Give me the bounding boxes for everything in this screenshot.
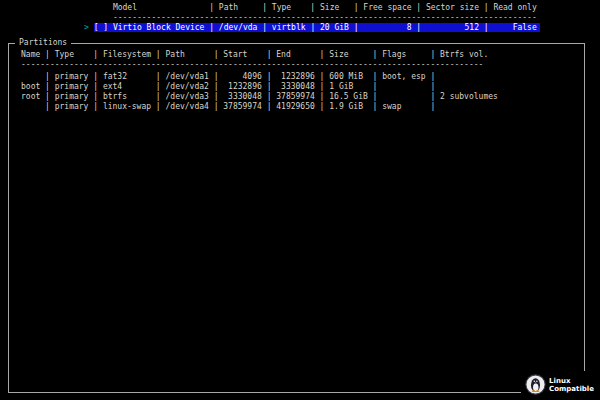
- partitions-panel: Partitions Name | Type | Filesystem | Pa…: [8, 43, 585, 393]
- device-table-header: Model | Path | Type | Size | Free space …: [84, 3, 540, 13]
- device-table: Model | Path | Type | Size | Free space …: [84, 3, 540, 33]
- device-row-text: [ ] Virtio Block Device | /dev/vda | vir…: [94, 23, 540, 32]
- logo-text: Linux Compatible: [549, 377, 594, 393]
- partition-row-vda4[interactable]: | primary | linux-swap | /dev/vda4 | 378…: [21, 102, 584, 112]
- partitions-table-rows: | primary | fat32 | /dev/vda1 | 4096 | 1…: [21, 72, 584, 112]
- linux-compatible-logo: Linux Compatible: [521, 371, 598, 398]
- partitions-table-header: Name | Type | Filesystem | Path | Start …: [21, 50, 584, 60]
- partitions-table-separator: ----------------------------------------…: [21, 60, 584, 70]
- selection-cursor-icon: >: [84, 23, 94, 32]
- logo-line-1: Linux: [549, 377, 594, 385]
- device-row[interactable]: > [ ] Virtio Block Device | /dev/vda | v…: [84, 23, 540, 33]
- logo-line-2: Compatible: [549, 385, 594, 393]
- partition-row-vda2[interactable]: boot | primary | ext4 | /dev/vda2 | 1232…: [21, 82, 584, 92]
- partitions-panel-title: Partitions: [15, 38, 71, 48]
- device-table-separator: ----------------------------------------…: [84, 13, 540, 23]
- partition-row-vda3[interactable]: root | primary | btrfs | /dev/vda3 | 333…: [21, 92, 584, 102]
- partition-row-vda1[interactable]: | primary | fat32 | /dev/vda1 | 4096 | 1…: [21, 72, 584, 82]
- tux-penguin-icon: [525, 374, 546, 395]
